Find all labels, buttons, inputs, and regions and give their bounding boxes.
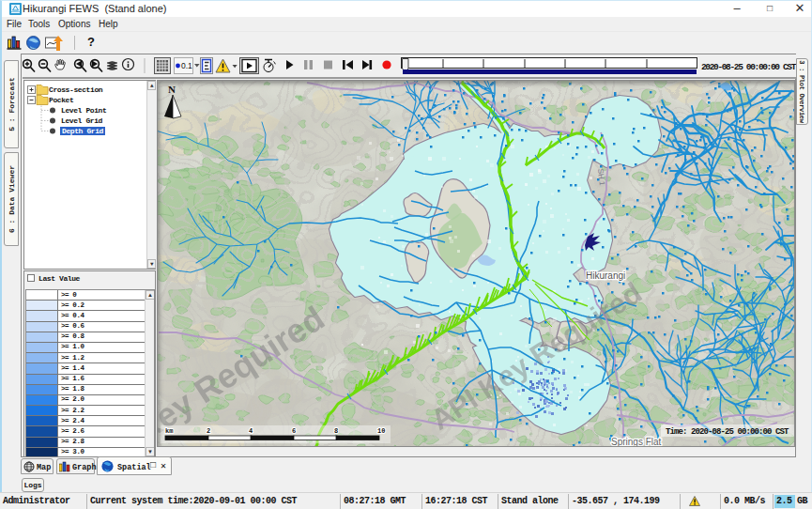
svg-text:2: 2 — [207, 427, 210, 435]
svg-text:0.1: 0.1 — [181, 61, 192, 70]
svg-text:API Key Required: API Key Required — [425, 276, 648, 437]
svg-text:Hikurangi: Hikurangi — [586, 270, 625, 281]
svg-text:4: 4 — [249, 427, 253, 435]
svg-text:SH 1: SH 1 — [596, 168, 606, 186]
svg-text:Time: 2020-08-25 00:00:00 CST: Time: 2020-08-25 00:00:00 CST — [666, 427, 789, 437]
svg-text:N: N — [168, 84, 176, 95]
svg-text:8: 8 — [334, 427, 338, 435]
svg-text:10: 10 — [377, 427, 385, 435]
svg-text:API Key Required: API Key Required — [158, 299, 331, 447]
svg-text:Springs Flat: Springs Flat — [611, 437, 662, 447]
svg-text:km: km — [165, 427, 173, 435]
svg-text:6: 6 — [292, 427, 296, 435]
